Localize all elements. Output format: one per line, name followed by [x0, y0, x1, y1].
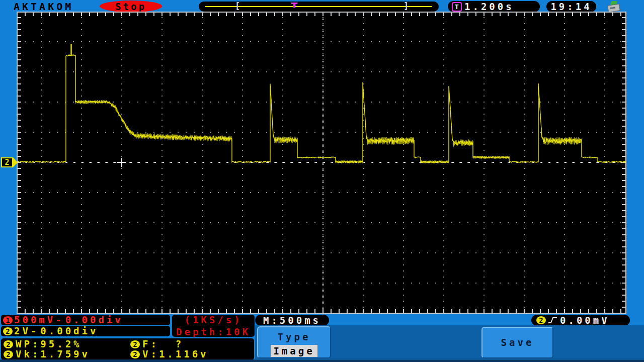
record-depth: Depth:10K	[172, 327, 255, 337]
measurement-vk-badge: 2	[4, 350, 13, 358]
measurement-f-value: F: ?	[142, 339, 184, 349]
measurement-v-badge: 2	[130, 350, 140, 358]
measurement-vk-value: Vk:1.759v	[16, 349, 90, 359]
acquisition-panel: (1KS/s) Depth:10K	[172, 315, 255, 337]
trigger-channel-badge: 2	[536, 316, 546, 324]
ch2-trace	[18, 13, 625, 313]
run-state-badge: Stop	[100, 1, 162, 12]
trigger-position-marker-stem	[293, 4, 295, 8]
trigger-position-marker-icon	[291, 3, 297, 4]
type-button-label: Type	[258, 331, 330, 342]
ch2-ground-marker-label: 2	[1, 157, 13, 167]
trigger-time-readout: T 1.200s	[448, 1, 540, 12]
measurements-panel: 2 WP:95.2% 2 F: ? 2 Vk:1.759v 2 V:1.116v	[1, 338, 254, 360]
ch1-offset: 0.00div	[65, 315, 123, 325]
save-button[interactable]: Save	[481, 327, 553, 358]
measurement-f-badge: 2	[130, 340, 140, 348]
screen-bottom-edge	[0, 359, 644, 362]
clock-value: 19:14	[550, 2, 592, 12]
trigger-t-icon: T	[452, 2, 462, 12]
brand-logo: AKTAKOM	[14, 1, 73, 12]
ch1-status: 1 500mV- 0.00div	[1, 315, 170, 325]
hpos-left-bracket: [	[235, 1, 240, 11]
measurement-vk: 2 Vk:1.759v	[1, 349, 128, 359]
ch2-scale: 2V-	[14, 326, 39, 336]
trigger-level-readout: 2 0.00mV	[531, 315, 630, 326]
timebase-readout: M:500ms	[255, 315, 329, 326]
clock: 19:14	[546, 1, 596, 12]
ch1-scale: 500mV-	[14, 315, 64, 325]
trigger-time-value: 1.200s	[464, 2, 514, 12]
usb-disk-icon-slot	[610, 7, 615, 9]
ch2-ground-marker: 2	[1, 157, 17, 167]
usb-disk-icon	[607, 1, 622, 12]
measurement-wp-value: WP:95.2%	[16, 339, 82, 349]
ch2-badge: 2	[3, 327, 13, 335]
ch1-badge: 1	[3, 316, 13, 324]
type-button-value: Image	[271, 345, 317, 357]
measurement-v-value: V:1.116v	[142, 349, 209, 359]
trigger-cross-vertical	[121, 158, 122, 167]
waveform-display	[17, 12, 626, 314]
measurement-f: 2 F: ?	[128, 339, 254, 349]
ch2-status: 2 2V- 0.00div	[1, 326, 170, 336]
ch2-offset: 0.00div	[40, 326, 98, 336]
ch2-ground-marker-arrow	[13, 157, 18, 167]
save-button-label: Save	[501, 338, 534, 347]
oscilloscope-screen: AKTAKOM Stop [ ] T 1.200s 19:14 2 1	[0, 0, 644, 362]
sample-rate: (1KS/s)	[172, 315, 255, 325]
measurement-v: 2 V:1.116v	[128, 349, 254, 359]
measurement-wp-badge: 2	[4, 340, 13, 348]
measurement-wp: 2 WP:95.2%	[1, 339, 128, 349]
horizontal-position-bar: [ ]	[199, 2, 439, 12]
hpos-right-bracket: ]	[404, 1, 409, 11]
trigger-level-value: 0.00mV	[560, 316, 610, 325]
type-button[interactable]: Type Image	[257, 326, 331, 358]
rising-edge-icon	[548, 316, 558, 324]
timebase-value: M:500ms	[263, 316, 321, 325]
